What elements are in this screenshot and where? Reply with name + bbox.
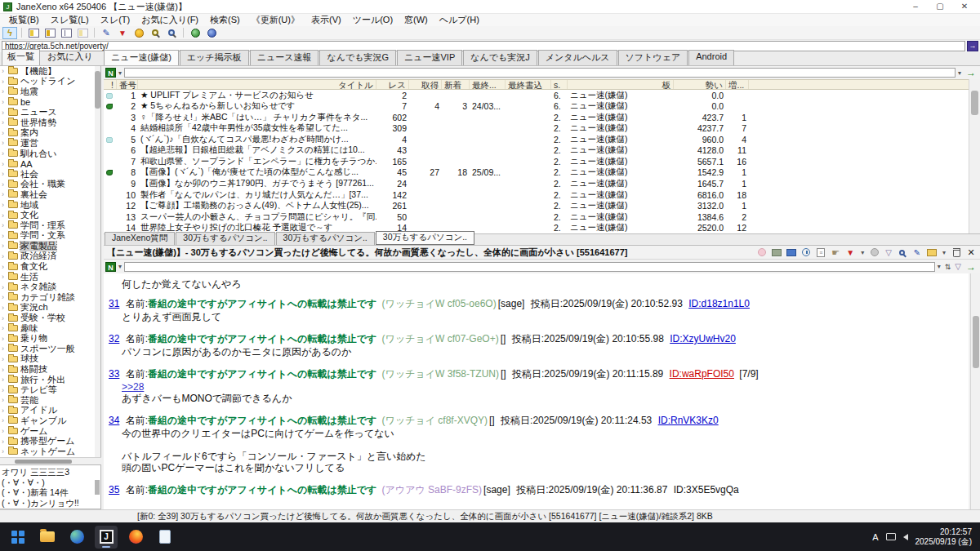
apply-filter-button[interactable]: → xyxy=(964,67,978,78)
column-header[interactable]: タイトル xyxy=(138,80,376,89)
layout-pane2-button[interactable] xyxy=(42,27,57,39)
thread-row[interactable]: 1 ★ UPLIFT プレミアム・サービスのお知らせ 2 6. ニュー速(嫌儲)… xyxy=(104,90,969,101)
board-tab[interactable]: ニュー速(嫌儲) xyxy=(104,50,179,65)
scrollbar-thumb[interactable] xyxy=(95,480,100,495)
sidebar-item[interactable]: › カテゴリ雑談 xyxy=(0,292,100,303)
column-header[interactable]: 最終書込 xyxy=(506,80,551,89)
sidebar-item[interactable]: › 球技 xyxy=(0,354,100,365)
board-tab[interactable]: なんでも実況J xyxy=(463,50,537,65)
board-tab[interactable]: メンタルヘルス xyxy=(538,50,617,65)
ime-indicator[interactable]: A xyxy=(872,532,878,542)
sidebar-item[interactable]: › 会社・職業 xyxy=(0,180,100,190)
sidebar-item[interactable]: › テレビ等 xyxy=(0,384,100,395)
sidebar-item[interactable]: › 乗り物 xyxy=(0,333,100,344)
network-icon[interactable] xyxy=(886,533,896,540)
menu-item[interactable]: お気に入り(F) xyxy=(136,14,204,26)
poster-id-link[interactable]: ID:d18z1n1L0 xyxy=(688,298,750,309)
column-header[interactable]: ! xyxy=(104,80,117,89)
update-flash-button[interactable]: ϟ xyxy=(2,27,17,39)
scrollbar-thumb[interactable] xyxy=(973,316,979,368)
poster-id-link[interactable]: ID:waRpFOI50 xyxy=(670,368,734,380)
thread-row[interactable]: 12 【ご尊顔】工場勤務のおっさん(49)、ベトナム人女性(25)... 261… xyxy=(104,200,969,211)
search-board-button[interactable] xyxy=(148,27,163,39)
poster-id-link[interactable]: ID:3X5E5vgQa xyxy=(674,484,739,495)
sidebar-tab[interactable]: 板一覧 xyxy=(2,49,40,65)
board-tab[interactable]: ソフトウェア xyxy=(618,50,688,65)
sidebar-item[interactable]: › 【機能】 xyxy=(0,66,100,77)
thread-row[interactable]: 8 【画像】(ヾ´ん`)「俺が痩せてた頃の体型がこんな感じ... 45 27 1… xyxy=(104,167,969,179)
thread-list-filter-input[interactable] xyxy=(124,68,956,78)
menu-item[interactable]: 板覧(B) xyxy=(3,14,45,26)
filter-icon[interactable]: ▽ xyxy=(953,262,963,271)
layout-pane3-button[interactable] xyxy=(59,27,74,39)
filter-mode-icon[interactable]: N xyxy=(105,262,116,272)
poster-id-link[interactable]: ID:XzyUwHv20 xyxy=(670,333,736,344)
sidebar-item[interactable]: › ゲーム xyxy=(0,426,100,437)
close-thread-button[interactable]: ✕ xyxy=(965,247,977,258)
chevron-down-icon[interactable]: ▾ xyxy=(956,69,963,77)
board-tab[interactable]: ニュース速報 xyxy=(250,50,319,65)
sidebar-item[interactable]: › 食文化 xyxy=(0,261,100,272)
history-button[interactable] xyxy=(800,247,812,258)
sidebar-item[interactable]: › スポーツ一般 xyxy=(0,344,100,354)
favorite-button[interactable] xyxy=(756,247,768,258)
browser-green-button[interactable] xyxy=(188,27,203,39)
sidebar-item[interactable]: › ネットゲーム xyxy=(0,447,100,457)
speaker-icon[interactable] xyxy=(903,534,908,540)
reload-thread-button[interactable]: ▼ xyxy=(844,247,856,258)
sidebar-item[interactable]: › 学問・理系 xyxy=(0,220,100,231)
post-number-link[interactable]: 32 xyxy=(109,333,119,344)
thread-list-scrollbar[interactable] xyxy=(969,79,980,233)
search-in-thread-button[interactable] xyxy=(897,247,908,258)
maximize-button[interactable]: ▢ xyxy=(928,0,952,13)
card-gray-button[interactable] xyxy=(771,247,782,258)
column-header[interactable]: 勢い xyxy=(674,80,726,89)
filter-icon[interactable]: ▽ xyxy=(884,248,893,257)
sidebar-item[interactable]: › 趣味 xyxy=(0,323,100,334)
sidebar-item[interactable]: › 政治経済 xyxy=(0,251,100,262)
sidebar-item[interactable]: › 実況ch xyxy=(0,303,100,313)
minimize-button[interactable]: – xyxy=(903,0,928,13)
sidebar-item[interactable]: › 格闘技 xyxy=(0,364,100,375)
edge-button[interactable] xyxy=(65,526,88,549)
notepad-button[interactable] xyxy=(154,526,176,549)
thread-filter-input[interactable] xyxy=(124,262,935,272)
column-header[interactable]: レス xyxy=(376,80,409,89)
board-tab[interactable]: なんでも実況G xyxy=(319,50,396,65)
firefox-button[interactable] xyxy=(124,526,147,549)
chevron-down-icon[interactable]: ▾ xyxy=(859,249,866,256)
poster-id-link[interactable]: ID:RnVK3Kz0 xyxy=(658,415,719,426)
browser-blue-button[interactable] xyxy=(204,27,219,39)
sidebar-item[interactable]: › 裏社会 xyxy=(0,189,100,200)
thread-row[interactable]: 3 ♀「降ろせぇ!」米ABC「はい…」 チャリカク事件をネタ... 602 2.… xyxy=(104,112,969,123)
sidebar-item[interactable]: › 馴れ合い xyxy=(0,149,100,159)
column-header[interactable]: 板 xyxy=(568,80,674,89)
thread-tab[interactable]: JaneXeno質問 xyxy=(105,232,175,245)
menu-item[interactable]: スレ(T) xyxy=(95,14,136,26)
column-header[interactable]: 新着 xyxy=(442,80,470,89)
close-button[interactable]: ✕ xyxy=(952,0,977,13)
sidebar-tab[interactable]: お気に入り xyxy=(42,49,99,65)
scrollbar-thumb[interactable] xyxy=(971,91,978,115)
start-button[interactable] xyxy=(7,526,29,549)
card-blue-button[interactable] xyxy=(786,247,797,258)
sidebar-item[interactable]: › 旅行・外出 xyxy=(0,375,100,385)
sidebar-item[interactable]: › 家電製品 xyxy=(0,241,100,251)
spinner-icon[interactable]: ⇅ xyxy=(943,263,953,271)
column-header[interactable]: 取得 xyxy=(409,80,442,89)
file-explorer-button[interactable] xyxy=(36,526,59,549)
sidebar-scrollbar[interactable] xyxy=(95,66,100,457)
clock[interactable]: 20:12:57 2025/09/19 (金) xyxy=(915,527,973,547)
menu-item[interactable]: 表示(V) xyxy=(305,14,347,26)
menu-item[interactable]: 窓(W) xyxy=(399,14,434,26)
menu-item[interactable]: ヘルプ(H) xyxy=(434,14,485,26)
thread-tab[interactable]: 30万もするパソコン.. xyxy=(276,232,375,245)
post-number-link[interactable]: 31 xyxy=(109,298,119,309)
post-number-link[interactable]: 33 xyxy=(109,368,119,380)
sidebar-item[interactable]: › アイドル xyxy=(0,406,100,416)
sidebar-item[interactable]: › 携帯型ゲーム xyxy=(0,436,100,447)
chevron-down-icon[interactable]: ▾ xyxy=(936,263,942,270)
sidebar-item[interactable]: › 運営 xyxy=(0,138,100,149)
menu-item[interactable]: 《更新(U)》 xyxy=(246,14,305,26)
thread-row[interactable]: 2 ★ 5ちゃんねるから新しいお知らせです 7 4 3 24/03... 6. … xyxy=(104,101,969,113)
